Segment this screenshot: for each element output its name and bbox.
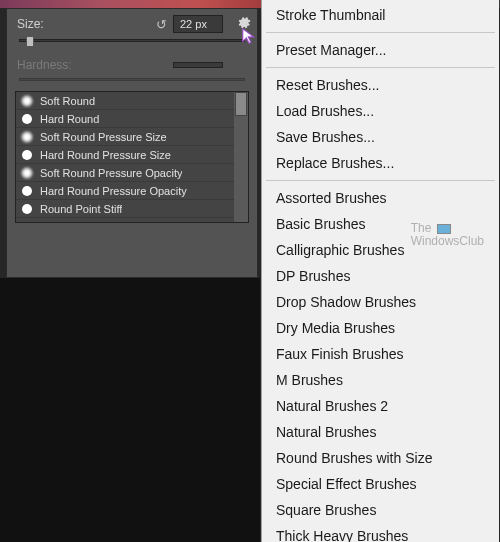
brush-list-scrollbar[interactable] xyxy=(234,92,248,222)
menu-item[interactable]: Faux Finish Brushes xyxy=(262,341,499,367)
menu-item[interactable]: Load Brushes... xyxy=(262,98,499,124)
reset-size-icon[interactable]: ↺ xyxy=(156,17,167,32)
menu-item[interactable]: DP Brushes xyxy=(262,263,499,289)
cursor-icon xyxy=(241,27,259,45)
size-label: Size: xyxy=(17,17,69,31)
menu-item[interactable]: Natural Brushes xyxy=(262,419,499,445)
brush-list-scroll-thumb[interactable] xyxy=(235,92,247,116)
brush-preset-name: Round Point Stiff xyxy=(40,203,122,215)
brush-preset-item[interactable]: Soft Round Pressure Size xyxy=(16,128,248,146)
brush-preset-item[interactable]: Hard Round Pressure Size xyxy=(16,146,248,164)
hardness-label: Hardness: xyxy=(17,58,69,72)
brush-swatch-icon xyxy=(20,112,34,126)
brush-preset-name: Hard Round xyxy=(40,113,99,125)
brush-preset-item[interactable]: Hard Round Pressure Opacity xyxy=(16,182,248,200)
menu-separator xyxy=(266,32,495,33)
menu-item[interactable]: Square Brushes xyxy=(262,497,499,523)
brush-preset-item[interactable]: Hard Round xyxy=(16,110,248,128)
brush-swatch-icon xyxy=(20,202,34,216)
brush-flyout-menu: Stroke ThumbnailPreset Manager...Reset B… xyxy=(261,0,499,542)
brush-swatch-icon xyxy=(20,148,34,162)
brush-preset-name: Hard Round Pressure Size xyxy=(40,149,171,161)
brush-preset-panel: Size: ↺ 22 px Hardness: Soft RoundHard R… xyxy=(6,8,258,278)
brush-preset-item[interactable]: Soft Round Pressure Opacity xyxy=(16,164,248,182)
menu-item[interactable]: Dry Media Brushes xyxy=(262,315,499,341)
size-slider[interactable] xyxy=(19,39,245,42)
menu-item[interactable]: M Brushes xyxy=(262,367,499,393)
hardness-row: Hardness: xyxy=(7,52,257,72)
menu-separator xyxy=(266,180,495,181)
canvas-background xyxy=(0,278,260,542)
brush-preset-item[interactable]: Soft Round xyxy=(16,92,248,110)
brush-preset-list: Soft RoundHard RoundSoft Round Pressure … xyxy=(15,91,249,223)
size-row: Size: ↺ 22 px xyxy=(7,9,257,33)
menu-item[interactable]: Basic Brushes xyxy=(262,211,499,237)
brush-swatch-icon xyxy=(20,94,34,108)
menu-item[interactable]: Calligraphic Brushes xyxy=(262,237,499,263)
brush-preset-name: Soft Round xyxy=(40,95,95,107)
menu-item[interactable]: Replace Brushes... xyxy=(262,150,499,176)
menu-separator xyxy=(266,67,495,68)
menu-item[interactable]: Reset Brushes... xyxy=(262,72,499,98)
menu-item[interactable]: Drop Shadow Brushes xyxy=(262,289,499,315)
brush-preset-name: Soft Round Pressure Opacity xyxy=(40,167,182,179)
size-input[interactable]: 22 px xyxy=(173,15,223,33)
brush-swatch-icon xyxy=(20,130,34,144)
brush-preset-item[interactable]: Round Point Stiff xyxy=(16,200,248,218)
menu-item[interactable]: Preset Manager... xyxy=(262,37,499,63)
brush-swatch-icon xyxy=(20,166,34,180)
brush-preset-name: Soft Round Pressure Size xyxy=(40,131,167,143)
menu-item[interactable]: Stroke Thumbnail xyxy=(262,2,499,28)
brush-swatch-icon xyxy=(20,184,34,198)
menu-item[interactable]: Special Effect Brushes xyxy=(262,471,499,497)
hardness-input[interactable] xyxy=(173,62,223,68)
menu-item[interactable]: Save Brushes... xyxy=(262,124,499,150)
menu-item[interactable]: Natural Brushes 2 xyxy=(262,393,499,419)
menu-item[interactable]: Assorted Brushes xyxy=(262,185,499,211)
size-slider-thumb[interactable] xyxy=(26,36,34,47)
brush-preset-name: Hard Round Pressure Opacity xyxy=(40,185,187,197)
menu-item[interactable]: Round Brushes with Size xyxy=(262,445,499,471)
hardness-slider[interactable] xyxy=(19,78,245,81)
menu-item[interactable]: Thick Heavy Brushes xyxy=(262,523,499,542)
